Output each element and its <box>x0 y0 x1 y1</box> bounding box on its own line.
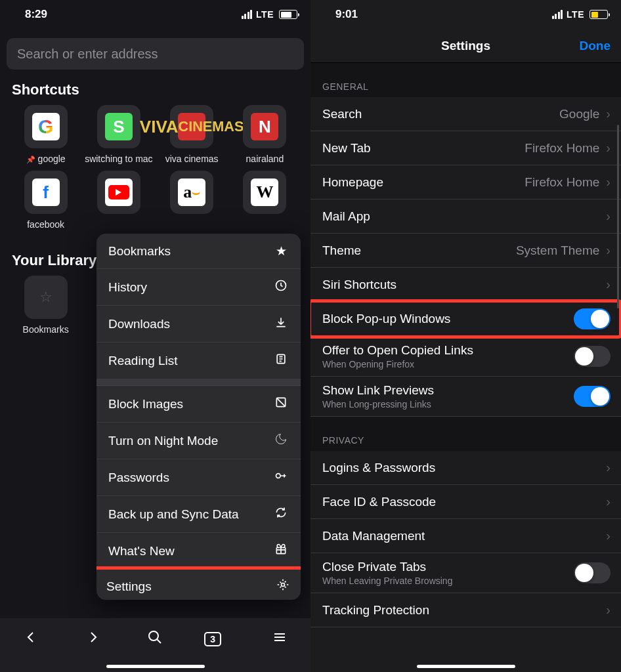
status-right: LTE <box>552 9 608 20</box>
menu-settings[interactable]: Settings <box>96 566 301 600</box>
carrier-label: LTE <box>567 9 584 20</box>
status-bar: 8:29 LTE <box>0 0 310 29</box>
tab-count: 3 <box>204 632 221 646</box>
row-theme[interactable]: Theme System Theme › <box>310 234 621 268</box>
settings-title: Settings <box>310 39 621 53</box>
toggle-copied-links[interactable] <box>574 346 610 367</box>
battery-icon-low <box>589 10 608 19</box>
section-privacy: PRIVACY <box>310 417 621 451</box>
gear-icon <box>275 578 291 595</box>
shortcut-amazon[interactable]: a⌣ <box>156 171 228 236</box>
phone-right-settings: 9:01 LTE Settings Done GENERAL Search Go… <box>310 0 621 672</box>
chevron-right-icon: › <box>606 209 610 224</box>
shortcut-youtube[interactable] <box>82 171 155 236</box>
row-siri-shortcuts[interactable]: Siri Shortcuts › <box>310 268 621 302</box>
row-block-popup[interactable]: Block Pop-up Windows <box>310 302 621 337</box>
star-outline-icon: ☆ <box>39 289 53 306</box>
row-link-previews[interactable]: Show Link Previews When Long-pressing Li… <box>310 377 621 417</box>
row-logins-passwords[interactable]: Logins & Passwords › <box>310 451 621 485</box>
key-icon <box>273 469 289 486</box>
row-mail-app[interactable]: Mail App › <box>310 200 621 234</box>
shortcut-nairaland[interactable]: N nairaland <box>228 105 301 171</box>
menu-night-mode[interactable]: Turn on Night Mode <box>96 423 301 459</box>
bottom-toolbar: 3 <box>0 618 310 672</box>
shortcut-viva-cinemas[interactable]: VIVACINEMAS viva cinemas <box>156 105 228 171</box>
shortcut-google[interactable]: G 📌google <box>9 105 82 171</box>
menu-downloads[interactable]: Downloads <box>96 306 301 343</box>
search-button[interactable] <box>142 629 168 649</box>
status-bar: 9:01 LTE <box>310 0 621 29</box>
row-copied-links[interactable]: Offer to Open Copied Links When Opening … <box>310 337 621 377</box>
google-icon: G <box>32 113 60 140</box>
shortcut-facebook[interactable]: f facebook <box>9 171 82 236</box>
row-tracking-protection[interactable]: Tracking Protection › <box>310 593 621 627</box>
sync-icon <box>273 506 289 522</box>
signal-icon <box>552 10 563 19</box>
menu-block-images[interactable]: Block Images <box>96 386 301 423</box>
toggle-link-previews[interactable] <box>574 386 610 407</box>
chevron-right-icon: › <box>606 140 610 156</box>
download-icon <box>273 316 289 332</box>
library-bookmarks-tile[interactable]: ☆ Bookmarks <box>9 276 82 341</box>
status-time: 9:01 <box>335 8 358 21</box>
done-button[interactable]: Done <box>580 39 611 53</box>
moon-icon <box>273 432 289 449</box>
wikipedia-icon: W <box>251 178 278 206</box>
gift-icon <box>273 543 289 559</box>
viva-icon: VIVACINEMAS <box>178 113 205 140</box>
chevron-right-icon: › <box>606 277 610 292</box>
menu-backup-sync[interactable]: Back up and Sync Data <box>96 496 301 533</box>
menu-separator <box>96 379 301 386</box>
phone-left-home: 8:29 LTE Search or enter address Shortcu… <box>0 0 310 672</box>
shortcuts-grid: G 📌google S switching to mac VIVACINEMAS… <box>0 105 310 236</box>
row-homepage[interactable]: Homepage Firefox Home › <box>310 165 621 200</box>
row-search[interactable]: Search Google › <box>310 97 621 131</box>
home-indicator <box>417 665 515 668</box>
svg-point-3 <box>276 474 281 478</box>
back-button[interactable] <box>18 629 44 649</box>
battery-icon <box>279 10 297 19</box>
address-placeholder: Search or enter address <box>17 47 158 62</box>
chevron-right-icon: › <box>606 460 610 475</box>
row-close-private-tabs[interactable]: Close Private Tabs When Leaving Private … <box>310 553 621 593</box>
toggle-close-private[interactable] <box>574 562 610 583</box>
settings-list: GENERAL Search Google › New Tab Firefox … <box>310 63 621 627</box>
menu-bookmarks[interactable]: Bookmarks ★ <box>96 234 301 269</box>
row-faceid-passcode[interactable]: Face ID & Passcode › <box>310 485 621 519</box>
row-data-management[interactable]: Data Management › <box>310 519 621 553</box>
status-right: LTE <box>242 9 297 20</box>
shortcuts-title: Shortcuts <box>0 79 310 105</box>
shortcut-switching-to-mac[interactable]: S switching to mac <box>82 105 155 171</box>
n-icon: N <box>251 113 278 140</box>
youtube-icon <box>105 178 133 206</box>
shortcut-wikipedia[interactable]: W <box>228 171 301 236</box>
chevron-right-icon: › <box>606 494 610 509</box>
settings-header: Settings Done <box>310 29 621 63</box>
row-new-tab[interactable]: New Tab Firefox Home › <box>310 131 621 165</box>
facebook-icon: f <box>32 178 60 206</box>
chevron-right-icon: › <box>606 175 610 190</box>
menu-button[interactable] <box>267 629 293 649</box>
menu-history[interactable]: History <box>96 269 301 306</box>
svg-point-6 <box>149 631 158 640</box>
menu-whats-new[interactable]: What's New <box>96 533 301 570</box>
clock-icon <box>273 279 289 295</box>
chevron-right-icon: › <box>606 106 610 121</box>
chevron-right-icon: › <box>606 602 610 618</box>
toggle-block-popup[interactable] <box>574 308 610 329</box>
menu-passwords[interactable]: Passwords <box>96 459 301 496</box>
block-image-icon <box>273 396 289 412</box>
forward-button[interactable] <box>80 629 106 649</box>
status-time: 8:29 <box>25 8 47 21</box>
pin-icon: 📌 <box>26 156 35 163</box>
svg-point-5 <box>282 583 285 587</box>
home-indicator <box>106 665 205 668</box>
reading-list-icon <box>273 352 289 369</box>
menu-reading-list[interactable]: Reading List <box>96 343 301 379</box>
carrier-label: LTE <box>256 9 274 20</box>
tabs-button[interactable]: 3 <box>204 632 230 646</box>
amazon-icon: a⌣ <box>178 178 205 206</box>
section-general: GENERAL <box>310 63 621 97</box>
address-bar[interactable]: Search or enter address <box>7 38 304 70</box>
scroll-indicator <box>617 125 619 308</box>
